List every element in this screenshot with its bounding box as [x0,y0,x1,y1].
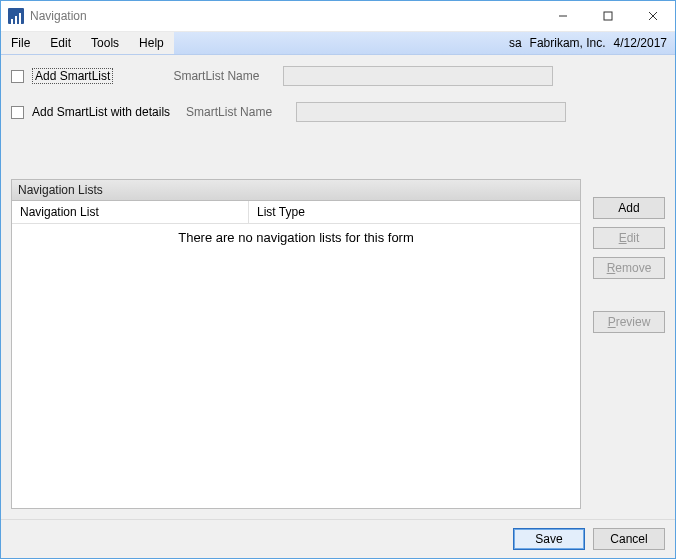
column-headers: Navigation List List Type [12,201,580,224]
input-smartlist-name-details[interactable] [296,102,566,122]
add-button[interactable]: Add [593,197,665,219]
remove-button: Remove [593,257,665,279]
minimize-button[interactable] [540,2,585,31]
menubar-date: 4/12/2017 [614,36,667,50]
client-area: Add SmartList SmartList Name Add SmartLi… [1,55,675,519]
menu-help[interactable]: Help [129,32,174,54]
footer: Save Cancel [1,519,675,558]
navigation-window: Navigation File Edit Tools Help sa Fabri… [0,0,676,559]
menu-file[interactable]: File [1,32,40,54]
main-row: Navigation Lists Navigation List List Ty… [11,179,665,509]
label-add-smartlist: Add SmartList [32,68,113,84]
label-smartlist-name-2: SmartList Name [186,105,296,119]
menubar: File Edit Tools Help sa Fabrikam, Inc. 4… [1,32,675,55]
checkbox-add-smartlist[interactable] [11,70,24,83]
preview-button: Preview [593,311,665,333]
save-button[interactable]: Save [513,528,585,550]
menubar-user: sa [509,36,522,50]
empty-message: There are no navigation lists for this f… [12,224,580,251]
label-add-smartlist-details: Add SmartList with details [32,105,170,119]
close-button[interactable] [630,2,675,31]
row-add-smartlist: Add SmartList SmartList Name [11,65,665,87]
cancel-button[interactable]: Cancel [593,528,665,550]
navigation-lists-panel: Navigation Lists Navigation List List Ty… [11,179,581,509]
maximize-button[interactable] [585,2,630,31]
menu-tools[interactable]: Tools [81,32,129,54]
panel-header: Navigation Lists [12,180,580,201]
menubar-company: Fabrikam, Inc. [530,36,606,50]
side-buttons: Add Edit Remove Preview [593,179,665,509]
list-body[interactable] [12,251,580,508]
menu-edit[interactable]: Edit [40,32,81,54]
row-add-smartlist-details: Add SmartList with details SmartList Nam… [11,101,665,123]
checkbox-add-smartlist-details[interactable] [11,106,24,119]
label-smartlist-name-1: SmartList Name [173,69,283,83]
edit-button: Edit [593,227,665,249]
window-title: Navigation [30,9,87,23]
titlebar: Navigation [1,1,675,32]
app-icon [8,8,24,24]
svg-rect-1 [604,12,612,20]
menubar-status: sa Fabrikam, Inc. 4/12/2017 [509,32,675,54]
input-smartlist-name[interactable] [283,66,553,86]
col-list-type[interactable]: List Type [249,201,580,223]
col-navigation-list[interactable]: Navigation List [12,201,249,223]
